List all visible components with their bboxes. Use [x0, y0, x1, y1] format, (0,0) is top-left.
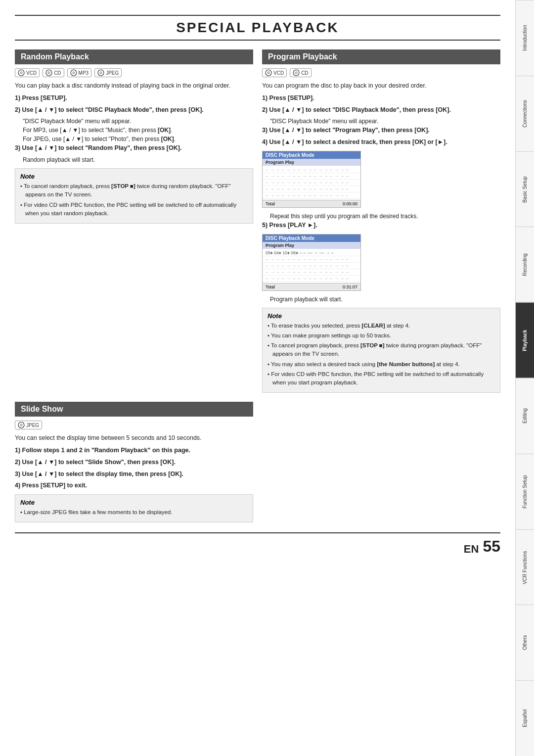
tab-function-setup[interactable]: Function Setup — [516, 454, 534, 529]
screen2-footer-label: Total — [266, 284, 275, 289]
disc-icon-cd: CD — [43, 68, 64, 77]
screen2-row-4: – → – – → – – → – – → – – → – – — [263, 269, 360, 276]
random-step-2: 2) Use [▲ / ▼] to select "DISC Playback … — [15, 105, 253, 115]
random-playback-section: Random Playback VCD CD MP3 — [15, 49, 253, 393]
slide-show-header: Slide Show — [15, 402, 253, 417]
tab-others[interactable]: Others — [516, 605, 534, 680]
bottom-right-empty — [262, 402, 500, 522]
screen2-row-5: – → – – → – – → – – → – – → – – — [263, 276, 360, 282]
en-label: EN — [464, 543, 479, 556]
random-intro: You can play back a disc randomly instea… — [15, 81, 253, 91]
screen1-row: – → – – → – – → – – → – – → – – — [263, 173, 360, 180]
svg-point-5 — [73, 72, 75, 74]
random-note-title: Note — [20, 173, 248, 180]
svg-point-2 — [46, 70, 52, 76]
disc-icon-mp3: MP3 — [67, 68, 92, 77]
program-note-title: Note — [267, 312, 495, 320]
random-disc-icons: VCD CD MP3 JPEG — [15, 68, 253, 77]
program-playback-section: Program Playback VCD CD You can program … — [262, 49, 500, 393]
tab-introduction[interactable]: Introduction — [516, 0, 534, 76]
slideshow-note-title: Note — [20, 499, 248, 506]
svg-point-1 — [20, 72, 22, 74]
slide-step-1: 1) Follow steps 1 and 2 in "Random Playb… — [15, 446, 253, 455]
program-step-5: 5) Press [PLAY ►]. — [262, 221, 500, 230]
slide-step-4: 4) Press [SETUP] to exit. — [15, 481, 253, 490]
tab-recording[interactable]: Recording — [516, 227, 534, 302]
screen2-rows: 09♦ 04♦ 10♦ 06♦ –→ –– → –– → – – → – – →… — [263, 249, 360, 283]
svg-point-13 — [20, 424, 22, 426]
random-step-2-sub3: For JPEG, use [▲ / ▼] to select "Photo",… — [23, 135, 253, 143]
random-step-3: 3) Use [▲ / ▼] to select "Random Play", … — [15, 143, 253, 153]
program-note-4: • You may also select a desired track us… — [267, 360, 495, 369]
slideshow-intro: You can select the display time between … — [15, 433, 253, 443]
slideshow-disc-icon-jpeg: JPEG — [15, 421, 42, 429]
slideshow-note-1: • Large-size JPEG files take a few momen… — [20, 508, 248, 517]
program-note-3: • To cancel program playback, press [STO… — [267, 341, 495, 359]
program-step-2: 2) Use [▲ / ▼] to select "DISC Playback … — [262, 105, 500, 115]
tab-espanol[interactable]: Español — [516, 680, 534, 756]
screen2-title: DISC Playback Mode — [263, 235, 360, 242]
svg-point-0 — [18, 70, 24, 76]
program-playback-header: Program Playback — [262, 49, 500, 64]
tab-playback[interactable]: Playback — [516, 302, 534, 378]
screen1-title: DISC Playback Mode — [263, 151, 360, 159]
svg-point-6 — [98, 70, 104, 76]
random-step-1: 1) Press [SETUP]. — [15, 94, 253, 103]
screen1-footer-label: Total — [266, 201, 275, 206]
screen2-footer-value: 0:31:07 — [343, 284, 357, 289]
disc-icon-vcd: VCD — [15, 68, 40, 77]
program-note-2: • You can make program settings up to 50… — [267, 331, 495, 340]
slideshow-disc-icons: JPEG — [15, 421, 253, 429]
tab-basic-setup[interactable]: Basic Setup — [516, 151, 534, 227]
svg-point-4 — [71, 70, 77, 76]
program-step-3: 3) Use [▲ / ▼] to select "Program Play",… — [262, 126, 500, 135]
random-note-2: • For video CD with PBC function, the PB… — [20, 201, 248, 218]
svg-point-10 — [293, 70, 299, 76]
svg-point-3 — [48, 72, 50, 74]
program-note-1: • To erase tracks you selected, press [C… — [267, 322, 495, 330]
slide-step-3: 3) Use [▲ / ▼] to select the display tim… — [15, 470, 253, 479]
program-steps: 1) Press [SETUP]. 2) Use [▲ / ▼] to sele… — [262, 94, 500, 304]
slideshow-note-box: Note • Large-size JPEG files take a few … — [15, 494, 253, 522]
random-step-2-sub1: "DISC Playback Mode" menu will appear. — [23, 117, 253, 126]
random-step-3-sub1: Random playback will start. — [23, 155, 253, 164]
svg-point-7 — [100, 72, 102, 74]
svg-point-11 — [295, 72, 297, 74]
page-number: 55 — [483, 537, 500, 556]
tab-vcr-functions[interactable]: VCR Functions — [516, 529, 534, 605]
screen1-subtitle: Program Play — [263, 159, 360, 166]
program-screen1-caption: Repeat this step until you program all t… — [270, 212, 500, 221]
side-tabs: Introduction Connections Basic Setup Rec… — [515, 0, 534, 756]
program-step-2-sub1: "DISC Playback Mode" menu will appear. — [270, 117, 500, 126]
slideshow-steps: 1) Follow steps 1 and 2 in "Random Playb… — [15, 446, 253, 490]
disc-icon-jpeg: JPEG — [94, 68, 122, 77]
program-intro: You can program the disc to play back in… — [262, 81, 500, 91]
svg-point-9 — [267, 72, 269, 74]
program-step-1: 1) Press [SETUP]. — [262, 94, 500, 103]
random-playback-header: Random Playback — [15, 49, 253, 64]
screen1-row: – → – – → – – → – – → – – → – – — [263, 186, 360, 192]
screen1-footer: Total 0:00:00 — [263, 200, 360, 207]
screen1-row: – → – – → – – → – – → – – → – – — [263, 180, 360, 186]
program-note-box: Note • To erase tracks you selected, pre… — [262, 308, 500, 393]
screen2-footer: Total 0:31:07 — [263, 283, 360, 290]
screen2-row-1: 09♦ 04♦ 10♦ 06♦ –→ –– → –– → – — [263, 250, 360, 256]
page-title: SPECIAL PLAYBACK — [15, 15, 500, 41]
program-disc-icon-cd: CD — [290, 68, 311, 77]
random-note-box: Note • To cancel random playback, press … — [15, 168, 253, 224]
program-step-4: 4) Use [▲ / ▼] to select a desired track… — [262, 138, 500, 147]
slide-step-2: 2) Use [▲ / ▼] to select "Slide Show", t… — [15, 458, 253, 467]
svg-point-8 — [266, 70, 271, 76]
screen1-row: – → – – → – – → – – → – – → – – — [263, 167, 360, 173]
tab-editing[interactable]: Editing — [516, 378, 534, 454]
screen1-row: – → – – → – – → – – → – – → – – — [263, 192, 360, 199]
program-disc-icons: VCD CD — [262, 68, 500, 77]
program-screen-1: DISC Playback Mode Program Play – → – – … — [262, 151, 361, 208]
random-step-2-sub2: For MP3, use [▲ / ▼] to select "Music", … — [23, 126, 253, 135]
svg-point-12 — [18, 422, 24, 428]
tab-connections[interactable]: Connections — [516, 76, 534, 151]
screen1-rows: – → – – → – – → – – → – – → – – – → – – … — [263, 166, 360, 200]
slide-show-section: Slide Show JPEG You can select the displ… — [15, 402, 253, 522]
screen2-row-3: – → – – → – – → – – → – – → – – — [263, 263, 360, 269]
program-screen-2: DISC Playback Mode Program Play 09♦ 04♦ … — [262, 234, 361, 291]
